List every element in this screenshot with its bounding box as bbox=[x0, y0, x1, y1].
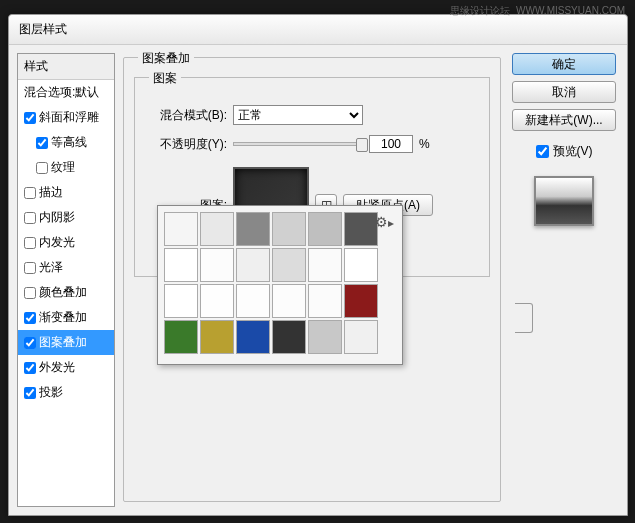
ok-button[interactable]: 确定 bbox=[512, 53, 616, 75]
pattern-swatch-19[interactable] bbox=[200, 320, 234, 354]
preview-checkbox[interactable] bbox=[536, 145, 549, 158]
style-item-7[interactable]: 颜色叠加 bbox=[18, 280, 114, 305]
hidden-panel-edge bbox=[515, 303, 533, 333]
style-item-5[interactable]: 内发光 bbox=[18, 230, 114, 255]
pattern-picker-popup: ⚙▸ bbox=[157, 205, 403, 365]
pattern-swatch-12[interactable] bbox=[164, 284, 198, 318]
styles-list: 样式 混合选项:默认 斜面和浮雕等高线纹理描边内阴影内发光光泽颜色叠加渐变叠加图… bbox=[17, 53, 115, 507]
style-label: 内阴影 bbox=[39, 209, 75, 226]
blend-mode-select[interactable]: 正常 bbox=[233, 105, 363, 125]
style-label: 描边 bbox=[39, 184, 63, 201]
style-checkbox[interactable] bbox=[24, 262, 36, 274]
pattern-swatch-4[interactable] bbox=[308, 212, 342, 246]
style-checkbox[interactable] bbox=[24, 362, 36, 374]
opacity-input[interactable] bbox=[369, 135, 413, 153]
dialog-title: 图层样式 bbox=[19, 22, 67, 36]
style-item-6[interactable]: 光泽 bbox=[18, 255, 114, 280]
right-panel: 确定 取消 新建样式(W)... 预览(V) bbox=[509, 53, 619, 507]
style-label: 等高线 bbox=[51, 134, 87, 151]
pattern-swatch-11[interactable] bbox=[344, 248, 378, 282]
blend-defaults-row[interactable]: 混合选项:默认 bbox=[18, 80, 114, 105]
style-item-9[interactable]: 图案叠加 bbox=[18, 330, 114, 355]
style-item-4[interactable]: 内阴影 bbox=[18, 205, 114, 230]
style-checkbox[interactable] bbox=[24, 312, 36, 324]
pattern-swatch-23[interactable] bbox=[344, 320, 378, 354]
pattern-swatch-5[interactable] bbox=[344, 212, 378, 246]
pattern-swatch-21[interactable] bbox=[272, 320, 306, 354]
pattern-swatch-0[interactable] bbox=[164, 212, 198, 246]
pattern-swatch-1[interactable] bbox=[200, 212, 234, 246]
style-label: 纹理 bbox=[51, 159, 75, 176]
style-checkbox[interactable] bbox=[24, 212, 36, 224]
style-label: 渐变叠加 bbox=[39, 309, 87, 326]
watermark: 思缘设计论坛WWW.MISSYUAN.COM bbox=[444, 4, 625, 18]
pattern-swatch-22[interactable] bbox=[308, 320, 342, 354]
style-checkbox[interactable] bbox=[24, 287, 36, 299]
style-checkbox[interactable] bbox=[36, 162, 48, 174]
cancel-button[interactable]: 取消 bbox=[512, 81, 616, 103]
styles-header[interactable]: 样式 bbox=[18, 54, 114, 80]
section-title: 图案叠加 bbox=[138, 50, 194, 67]
style-checkbox[interactable] bbox=[24, 112, 36, 124]
style-item-2[interactable]: 纹理 bbox=[18, 155, 114, 180]
style-label: 光泽 bbox=[39, 259, 63, 276]
style-label: 颜色叠加 bbox=[39, 284, 87, 301]
pattern-swatch-2[interactable] bbox=[236, 212, 270, 246]
style-label: 外发光 bbox=[39, 359, 75, 376]
style-item-0[interactable]: 斜面和浮雕 bbox=[18, 105, 114, 130]
blend-mode-label: 混合模式(B): bbox=[145, 107, 227, 124]
opacity-unit: % bbox=[419, 137, 430, 151]
style-checkbox[interactable] bbox=[36, 137, 48, 149]
gear-icon[interactable]: ⚙▸ bbox=[375, 214, 394, 230]
slider-thumb[interactable] bbox=[356, 138, 368, 152]
style-item-10[interactable]: 外发光 bbox=[18, 355, 114, 380]
style-checkbox[interactable] bbox=[24, 387, 36, 399]
style-item-1[interactable]: 等高线 bbox=[18, 130, 114, 155]
pattern-swatch-3[interactable] bbox=[272, 212, 306, 246]
style-label: 斜面和浮雕 bbox=[39, 109, 99, 126]
style-item-11[interactable]: 投影 bbox=[18, 380, 114, 405]
pattern-swatch-8[interactable] bbox=[236, 248, 270, 282]
pattern-swatch-10[interactable] bbox=[308, 248, 342, 282]
pattern-swatch-9[interactable] bbox=[272, 248, 306, 282]
style-label: 投影 bbox=[39, 384, 63, 401]
pattern-swatch-6[interactable] bbox=[164, 248, 198, 282]
style-label: 内发光 bbox=[39, 234, 75, 251]
style-label: 图案叠加 bbox=[39, 334, 87, 351]
pattern-swatch-7[interactable] bbox=[200, 248, 234, 282]
style-item-3[interactable]: 描边 bbox=[18, 180, 114, 205]
sub-title: 图案 bbox=[149, 70, 181, 87]
pattern-swatch-16[interactable] bbox=[308, 284, 342, 318]
titlebar: 图层样式 bbox=[9, 15, 627, 45]
pattern-swatch-20[interactable] bbox=[236, 320, 270, 354]
pattern-swatch-17[interactable] bbox=[344, 284, 378, 318]
style-item-8[interactable]: 渐变叠加 bbox=[18, 305, 114, 330]
preview-thumbnail bbox=[534, 176, 594, 226]
pattern-swatch-14[interactable] bbox=[236, 284, 270, 318]
pattern-swatch-15[interactable] bbox=[272, 284, 306, 318]
opacity-slider[interactable] bbox=[233, 142, 363, 146]
style-checkbox[interactable] bbox=[24, 237, 36, 249]
pattern-swatch-18[interactable] bbox=[164, 320, 198, 354]
preview-label: 预览(V) bbox=[553, 143, 593, 160]
pattern-swatch-13[interactable] bbox=[200, 284, 234, 318]
layer-style-dialog: 图层样式 样式 混合选项:默认 斜面和浮雕等高线纹理描边内阴影内发光光泽颜色叠加… bbox=[8, 14, 628, 516]
new-style-button[interactable]: 新建样式(W)... bbox=[512, 109, 616, 131]
style-checkbox[interactable] bbox=[24, 337, 36, 349]
style-checkbox[interactable] bbox=[24, 187, 36, 199]
opacity-label: 不透明度(Y): bbox=[145, 136, 227, 153]
